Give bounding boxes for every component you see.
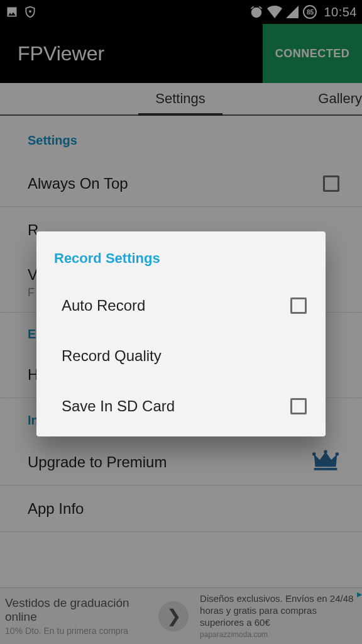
dialog-row-label: Auto Record bbox=[62, 297, 145, 314]
checkbox[interactable] bbox=[290, 297, 307, 314]
dialog-row-label: Record Quality bbox=[62, 347, 162, 365]
dialog-row-auto-record[interactable]: Auto Record bbox=[36, 280, 326, 331]
dialog-title: Record Settings bbox=[36, 231, 326, 280]
dialog-row-save-sd[interactable]: Save In SD Card bbox=[36, 381, 326, 431]
record-settings-dialog: Record Settings Auto Record Record Quali… bbox=[36, 231, 326, 436]
checkbox[interactable] bbox=[290, 398, 307, 414]
dialog-row-label: Save In SD Card bbox=[62, 397, 175, 415]
dialog-row-record-quality[interactable]: Record Quality bbox=[36, 331, 326, 381]
